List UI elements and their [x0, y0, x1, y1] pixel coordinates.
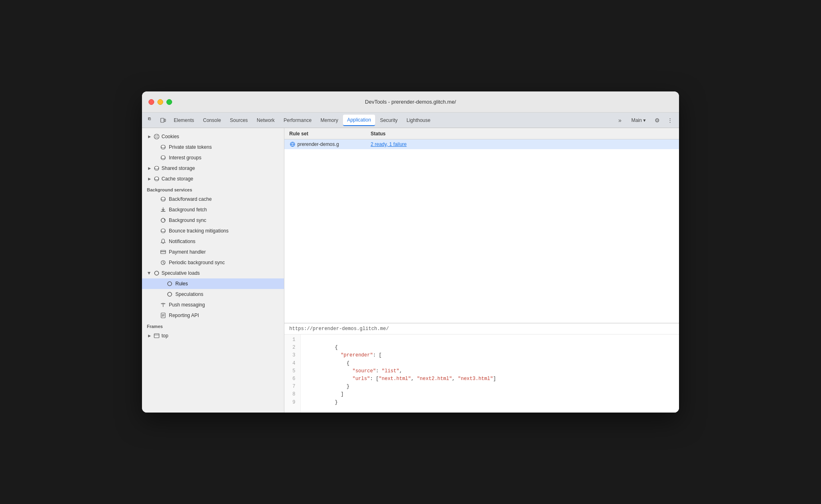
tab-elements[interactable]: Elements — [170, 115, 198, 126]
tab-network[interactable]: Network — [253, 115, 279, 126]
shared-storage-label: Shared storage — [162, 165, 195, 171]
svg-rect-4 — [164, 119, 166, 122]
notifications-icon — [160, 238, 166, 245]
notifications-label: Notifications — [169, 239, 195, 244]
more-options-icon[interactable]: ⋮ — [664, 115, 676, 126]
svg-rect-41 — [154, 334, 159, 338]
svg-point-8 — [157, 137, 158, 138]
code-line-1 — [306, 336, 674, 344]
cache-storage-arrow-icon: ▶ — [147, 176, 152, 181]
svg-rect-34 — [161, 250, 166, 254]
top-frame-icon — [153, 332, 160, 339]
sidebar-item-background-sync[interactable]: Background sync — [142, 215, 284, 226]
push-messaging-label: Push messaging — [169, 302, 205, 308]
code-lines: { "prerender": [ { "source": "list", "ur… — [301, 335, 679, 413]
sidebar-item-bounce-tracking[interactable]: Bounce tracking mitigations — [142, 226, 284, 236]
tab-performance[interactable]: Performance — [279, 115, 316, 126]
background-fetch-label: Background fetch — [169, 207, 207, 213]
sidebar-item-notifications[interactable]: Notifications — [142, 236, 284, 247]
devtools-window: DevTools - prerender-demos.glitch.me/ El… — [142, 91, 679, 413]
more-tabs-icon[interactable]: » — [614, 115, 626, 126]
code-url: https://prerender-demos.glitch.me/ — [284, 324, 679, 335]
sidebar-item-payment-handler[interactable]: Payment handler — [142, 247, 284, 257]
tab-lighthouse[interactable]: Lighthouse — [402, 115, 435, 126]
speculations-icon — [166, 291, 173, 298]
periodic-background-sync-icon — [160, 259, 166, 266]
sidebar-item-speculative-loads[interactable]: ▶ Speculative loads — [142, 268, 284, 278]
sidebar: ▶ Cookies — [142, 128, 284, 413]
cache-storage-label: Cache storage — [162, 176, 193, 182]
payment-handler-icon — [160, 249, 166, 255]
speculative-loads-icon — [153, 270, 160, 276]
sidebar-item-push-messaging[interactable]: Push messaging — [142, 300, 284, 310]
sidebar-item-back-forward-cache[interactable]: Back/forward cache — [142, 194, 284, 204]
frames-section: Frames — [142, 321, 284, 330]
svg-point-21 — [155, 166, 159, 169]
code-content: 1 2 3 4 5 6 7 8 9 { "p — [284, 335, 679, 413]
code-line-4: { — [306, 360, 674, 367]
interest-groups-icon — [160, 154, 166, 161]
code-area: https://prerender-demos.glitch.me/ 1 2 3… — [284, 323, 679, 413]
tab-console[interactable]: Console — [199, 115, 225, 126]
shared-storage-icon — [153, 165, 160, 172]
background-sync-icon — [160, 217, 166, 224]
back-forward-cache-label: Back/forward cache — [169, 196, 212, 202]
sidebar-item-periodic-background-sync[interactable]: Periodic background sync — [142, 257, 284, 268]
svg-point-5 — [154, 134, 159, 139]
sidebar-item-shared-storage[interactable]: ▶ Shared storage — [142, 163, 284, 174]
code-line-3: "prerender": [ — [306, 352, 674, 359]
settings-icon[interactable]: ⚙ — [651, 115, 663, 126]
table-cell-status[interactable]: 2 ready, 1 failure — [371, 141, 674, 147]
main-dropdown[interactable]: Main ▾ — [627, 115, 650, 126]
rules-label: Rules — [175, 281, 188, 287]
inspect-icon[interactable] — [145, 115, 157, 126]
background-sync-label: Background sync — [169, 217, 206, 223]
svg-point-6 — [155, 136, 156, 137]
col-rule-set: Rule set — [289, 131, 371, 137]
sidebar-item-rules[interactable]: Rules — [142, 278, 284, 289]
maximize-button[interactable] — [166, 99, 172, 105]
device-icon[interactable] — [157, 115, 169, 126]
table-row[interactable]: prerender-demos.g 2 ready, 1 failure — [284, 139, 679, 149]
sidebar-item-cache-storage[interactable]: ▶ Cache storage — [142, 174, 284, 184]
bounce-tracking-icon — [160, 228, 166, 234]
tab-memory[interactable]: Memory — [317, 115, 342, 126]
svg-point-9 — [156, 137, 157, 138]
devtools-body: ▶ Cookies — [142, 128, 679, 413]
sidebar-item-speculations[interactable]: Speculations — [142, 289, 284, 300]
svg-point-7 — [157, 135, 158, 136]
tab-application[interactable]: Application — [343, 115, 375, 126]
interest-groups-label: Interest groups — [169, 155, 201, 161]
top-arrow-icon: ▶ — [147, 333, 152, 338]
bounce-tracking-label: Bounce tracking mitigations — [169, 228, 229, 234]
tab-sources[interactable]: Sources — [226, 115, 252, 126]
close-button[interactable] — [148, 99, 154, 105]
svg-rect-1 — [148, 117, 148, 120]
window-title: DevTools - prerender-demos.glitch.me/ — [365, 99, 456, 105]
code-line-2: { — [306, 344, 674, 352]
sidebar-item-cookies[interactable]: ▶ Cookies — [142, 131, 284, 142]
reporting-api-label: Reporting API — [169, 313, 199, 318]
periodic-background-sync-label: Periodic background sync — [169, 260, 225, 265]
svg-rect-2 — [149, 118, 151, 120]
tab-security[interactable]: Security — [376, 115, 402, 126]
cookies-icon — [153, 133, 160, 140]
sidebar-item-reporting-api[interactable]: Reporting API — [142, 310, 284, 321]
code-line-9: } — [306, 399, 674, 406]
line-numbers: 1 2 3 4 5 6 7 8 9 — [284, 335, 301, 413]
svg-point-25 — [155, 177, 159, 180]
titlebar: DevTools - prerender-demos.glitch.me/ — [142, 91, 679, 113]
background-services-section: Background services — [142, 184, 284, 194]
svg-point-33 — [161, 229, 165, 232]
sidebar-item-interest-groups[interactable]: Interest groups — [142, 152, 284, 163]
sidebar-item-background-fetch[interactable]: Background fetch — [142, 204, 284, 215]
sidebar-item-private-state-tokens[interactable]: Private state tokens — [142, 142, 284, 152]
col-status: Status — [371, 131, 674, 137]
code-line-7: } — [306, 383, 674, 391]
speculative-loads-arrow-icon: ▶ — [147, 271, 152, 276]
sidebar-item-top[interactable]: ▶ top — [142, 330, 284, 341]
speculations-label: Speculations — [175, 291, 203, 297]
table-header: Rule set Status — [284, 128, 679, 139]
minimize-button[interactable] — [157, 99, 163, 105]
background-fetch-icon — [160, 206, 166, 213]
